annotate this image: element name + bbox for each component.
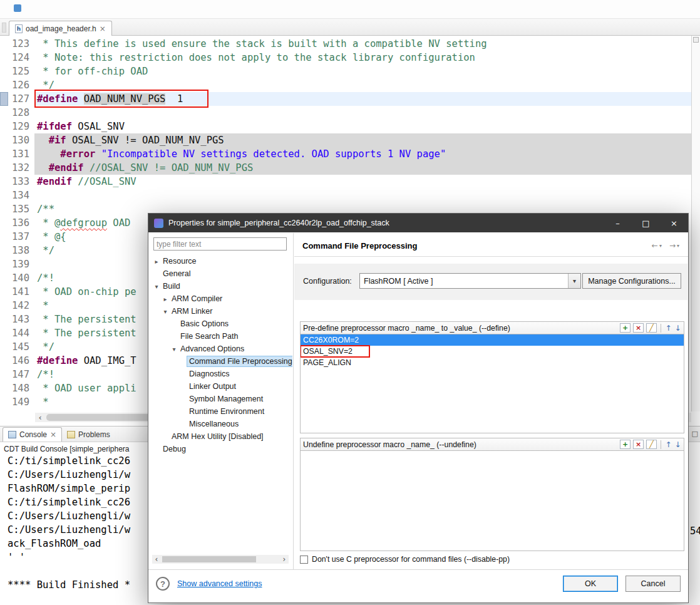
- tree-item-diagnostics[interactable]: Diagnostics: [150, 368, 292, 380]
- tree-item-arm-compiler[interactable]: ▸ARM Compiler: [150, 292, 292, 305]
- edit-macro-icon[interactable]: ╱: [646, 440, 657, 449]
- close-button[interactable]: ×: [660, 214, 688, 232]
- maximize-button[interactable]: □: [632, 214, 660, 232]
- minimize-button[interactable]: –: [604, 214, 632, 232]
- overview-header-icon[interactable]: [693, 37, 699, 43]
- line-number: 143: [8, 313, 34, 326]
- help-button[interactable]: ?: [156, 577, 170, 591]
- delete-macro-icon[interactable]: ×: [633, 440, 644, 449]
- tree-item-arm-hex-utility-disabled[interactable]: ARM Hex Utility [Disabled]: [150, 430, 292, 443]
- tree-item-label: Basic Options: [178, 319, 230, 329]
- chevron-down-icon[interactable]: ▾: [170, 346, 178, 353]
- undefine-header: Undefine preprocessor macro _name_ (--un…: [300, 438, 684, 451]
- advanced-settings-link[interactable]: Show advanced settings: [177, 579, 262, 588]
- macro-item-cc26x0rom-2[interactable]: CC26X0ROM=2: [301, 334, 684, 346]
- tree-item-label: Command File Preprocessing: [187, 356, 292, 366]
- line-number: 123: [8, 37, 34, 51]
- line-number: 148: [8, 381, 34, 395]
- code-line[interactable]: 133#endif //OSAL_SNV: [0, 175, 691, 189]
- move-up-icon[interactable]: ↑: [665, 440, 672, 449]
- gutter-marker: [0, 244, 8, 257]
- code-line[interactable]: 129#ifdef OSAL_SNV: [0, 120, 691, 133]
- nav-forward-dropdown-icon[interactable]: ▾: [677, 243, 679, 249]
- view-trim-handle[interactable]: [2, 23, 6, 33]
- tree-item-debug[interactable]: Debug: [150, 443, 292, 455]
- code-line[interactable]: 124 * Note: this restriction does not ap…: [0, 51, 691, 65]
- move-down-icon[interactable]: ↓: [674, 440, 681, 449]
- gutter-marker: [0, 78, 8, 92]
- nav-back-dropdown-icon[interactable]: ▾: [659, 243, 662, 249]
- code-line[interactable]: 132 #endif //OSAL_SNV != OAD_NUM_NV_PGS: [0, 161, 691, 175]
- cancel-button[interactable]: Cancel: [625, 576, 681, 592]
- editor-tab-label: oad_image_header.h: [26, 24, 96, 33]
- gutter-marker: [0, 175, 8, 189]
- editor-tab[interactable]: h oad_image_header.h ×: [9, 21, 112, 36]
- overview-ruler[interactable]: [691, 36, 700, 411]
- macro-item-label: CC26X0ROM=2: [303, 336, 359, 344]
- chevron-down-icon[interactable]: ▾: [161, 308, 170, 315]
- chevron-right-icon[interactable]: ▸: [161, 296, 170, 302]
- tree-hscrollbar[interactable]: ‹ ›: [152, 555, 289, 564]
- tree-item-command-file-preprocessing[interactable]: Command File Preprocessing: [150, 355, 292, 368]
- tree-item-symbol-management[interactable]: Symbol Management: [150, 393, 292, 405]
- code-line[interactable]: 127#define OAD_NUM_NV_PGS 1: [0, 92, 691, 106]
- delete-macro-icon[interactable]: ×: [633, 323, 644, 333]
- macro-item-osal-snv-2[interactable]: OSAL_SNV=2: [301, 346, 684, 357]
- configuration-label: Configuration:: [303, 277, 352, 286]
- tree-item-label: Symbol Management: [187, 394, 265, 404]
- tab-close-icon[interactable]: ×: [100, 24, 106, 33]
- tree-item-basic-options[interactable]: Basic Options: [150, 318, 292, 330]
- tree-item-file-search-path[interactable]: File Search Path: [150, 330, 292, 343]
- toolbar-icon[interactable]: [14, 4, 21, 12]
- console-maximize-icon[interactable]: □: [692, 430, 698, 438]
- code-line[interactable]: 125 * for off-chip OAD: [0, 65, 691, 78]
- code-line[interactable]: 130 #if OSAL_SNV != OAD_NUM_NV_PGS: [0, 133, 691, 147]
- add-macro-icon[interactable]: +: [620, 323, 631, 333]
- problems-tab[interactable]: Problems: [62, 427, 115, 442]
- chevron-right-icon[interactable]: ▸: [152, 258, 161, 265]
- code-line[interactable]: 128: [0, 106, 691, 120]
- line-number: 138: [8, 244, 34, 257]
- nav-back-icon[interactable]: ←: [652, 241, 658, 250]
- code-line[interactable]: 131 #error "Incompatible NV settings det…: [0, 147, 691, 161]
- configuration-value: FlashROM [ Active ]: [364, 277, 433, 286]
- console-tab[interactable]: Console ×: [3, 427, 62, 442]
- code-line[interactable]: 126 */: [0, 78, 691, 92]
- footer-separator: [148, 569, 688, 570]
- console-close-icon[interactable]: ×: [50, 430, 56, 439]
- dialog-titlebar[interactable]: Properties for simple_peripheral_cc2640r…: [148, 214, 688, 232]
- tree-item-miscellaneous[interactable]: Miscellaneous: [150, 418, 292, 430]
- tree-item-build[interactable]: ▾Build: [150, 280, 292, 292]
- scrollbar-thumb[interactable]: [162, 556, 256, 562]
- scroll-left-icon[interactable]: ‹: [152, 555, 161, 564]
- tree-item-resource[interactable]: ▸Resource: [150, 255, 292, 267]
- predefine-list[interactable]: CC26X0ROM=2OSAL_SNV=2PAGE_ALIGN: [300, 334, 684, 433]
- manage-configurations-button[interactable]: Manage Configurations...: [582, 273, 681, 289]
- tree-item-runtime-environment[interactable]: Runtime Environment: [150, 405, 292, 418]
- tree-item-label: Miscellaneous: [187, 419, 240, 429]
- tree-item-arm-linker[interactable]: ▾ARM Linker: [150, 305, 292, 318]
- configuration-select[interactable]: FlashROM [ Active ] ▾: [359, 273, 581, 289]
- ok-button[interactable]: OK: [563, 576, 618, 592]
- code-line[interactable]: 123 * This define is used ensure the sta…: [0, 37, 691, 51]
- nav-forward-icon[interactable]: →: [669, 241, 676, 250]
- scroll-left-icon[interactable]: ‹: [35, 413, 45, 422]
- tree-item-advanced-options[interactable]: ▾Advanced Options: [150, 343, 292, 355]
- undefine-list[interactable]: [300, 451, 684, 551]
- add-macro-icon[interactable]: +: [620, 440, 631, 449]
- edit-macro-icon[interactable]: ╱: [646, 323, 657, 333]
- tree-item-general[interactable]: General: [150, 267, 292, 280]
- gutter-marker: [0, 354, 8, 368]
- macro-item-page-align[interactable]: PAGE_ALIGN: [301, 357, 684, 368]
- chevron-down-icon[interactable]: ▾: [152, 283, 161, 290]
- code-line[interactable]: 134: [0, 189, 691, 202]
- tree-item-linker-output[interactable]: Linker Output: [150, 380, 292, 393]
- filter-input[interactable]: [153, 237, 287, 251]
- disable-pp-label: Don't use C preprocessor for command fil…: [312, 555, 510, 564]
- scroll-right-icon[interactable]: ›: [280, 555, 289, 564]
- move-down-icon[interactable]: ↓: [674, 323, 681, 333]
- disable-pp-checkbox[interactable]: [300, 556, 308, 564]
- tree-item-label: Linker Output: [187, 381, 238, 391]
- gutter-marker: [0, 230, 8, 244]
- move-up-icon[interactable]: ↑: [665, 323, 672, 333]
